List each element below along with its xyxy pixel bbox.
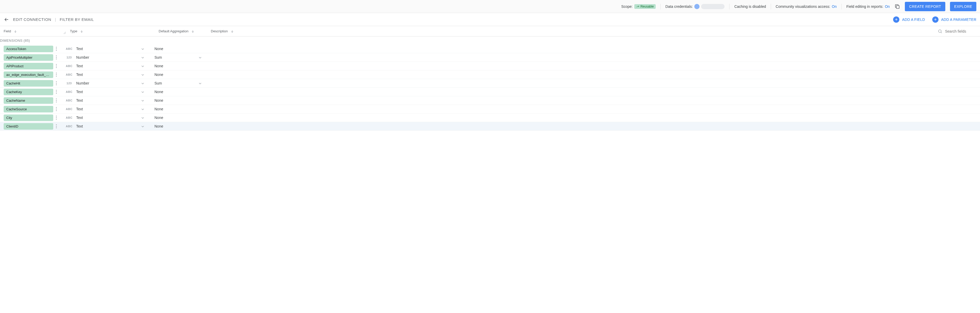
chevron-down-icon[interactable] <box>142 73 144 77</box>
more-options-icon[interactable] <box>53 90 59 94</box>
add-field-button[interactable]: + ADD A FIELD <box>893 16 925 23</box>
more-options-icon[interactable] <box>53 47 59 51</box>
column-type[interactable]: Type <box>70 29 159 33</box>
more-options-icon[interactable] <box>53 107 59 111</box>
community-vis-state: On <box>832 5 837 9</box>
field-name-chip[interactable]: CacheHit <box>4 80 53 87</box>
chevron-down-icon[interactable] <box>142 116 144 120</box>
table-row[interactable]: CityABCTextNone <box>0 113 980 122</box>
table-row[interactable]: CacheKeyABCTextNone <box>0 87 980 96</box>
scope-label: Scope: <box>621 5 633 9</box>
type-cell[interactable]: ABCText <box>66 90 154 94</box>
type-cell[interactable]: 123Number <box>66 81 154 85</box>
svg-point-19 <box>56 93 57 94</box>
type-cell[interactable]: ABCText <box>66 47 154 51</box>
aggregation-cell[interactable]: None <box>154 107 207 111</box>
more-options-icon[interactable] <box>53 99 59 103</box>
more-options-icon[interactable] <box>53 55 59 59</box>
chevron-down-icon[interactable] <box>142 47 144 51</box>
svg-point-1 <box>939 30 941 33</box>
svg-point-29 <box>56 124 57 125</box>
field-name-chip[interactable]: CacheName <box>4 97 53 104</box>
add-parameter-button[interactable]: + ADD A PARAMETER <box>932 16 976 23</box>
more-options-icon[interactable] <box>53 124 59 128</box>
type-cell[interactable]: ABCText <box>66 124 154 128</box>
table-row[interactable]: CacheSourceABCTextNone <box>0 105 980 113</box>
aggregation-cell[interactable]: Sum <box>154 81 207 85</box>
aggregation-cell[interactable]: None <box>154 73 207 77</box>
aggregation-label: None <box>154 73 163 77</box>
scope-chip-reusable[interactable]: Reusable <box>634 4 656 9</box>
field-name-chip[interactable]: CacheSource <box>4 106 53 113</box>
type-cell[interactable]: 123Number <box>66 55 154 59</box>
resize-handle-icon[interactable] <box>63 30 66 33</box>
type-cell[interactable]: ABCText <box>66 107 154 111</box>
type-cell[interactable]: ABCText <box>66 73 154 77</box>
more-options-icon[interactable] <box>53 64 59 68</box>
chevron-down-icon[interactable] <box>142 107 144 111</box>
chevron-down-icon[interactable] <box>142 64 144 68</box>
aggregation-cell[interactable]: None <box>154 90 207 94</box>
field-name-chip[interactable]: APIProduct <box>4 63 53 69</box>
back-arrow-icon[interactable] <box>4 17 10 22</box>
explore-button[interactable]: EXPLORE <box>950 2 976 11</box>
type-cell[interactable]: ABCText <box>66 99 154 103</box>
more-options-icon[interactable] <box>53 81 59 85</box>
aggregation-label: Sum <box>154 81 162 85</box>
community-vis-label: Community visualizations access: <box>776 5 830 9</box>
table-row[interactable]: CacheHit123NumberSum <box>0 79 980 87</box>
svg-point-9 <box>56 65 57 66</box>
field-editing-info[interactable]: Field editing in reports: On <box>846 5 890 9</box>
reusable-label: Reusable <box>641 5 654 8</box>
search-fields[interactable] <box>938 29 976 33</box>
type-cell[interactable]: ABCText <box>66 116 154 120</box>
field-name-chip[interactable]: CacheKey <box>4 89 53 95</box>
caching-info[interactable]: Caching is disabled <box>734 5 766 9</box>
chevron-down-icon[interactable] <box>142 90 144 94</box>
table-row[interactable]: APIProductABCTextNone <box>0 62 980 70</box>
avatar-icon <box>694 4 700 9</box>
aggregation-cell[interactable]: None <box>154 99 207 103</box>
table-row[interactable]: CacheNameABCTextNone <box>0 96 980 105</box>
field-name-chip[interactable]: City <box>4 114 53 121</box>
data-credentials-info[interactable]: Data credentials: <box>665 4 725 9</box>
svg-point-28 <box>56 119 57 119</box>
svg-point-22 <box>56 102 57 102</box>
chevron-down-icon[interactable] <box>199 81 201 85</box>
field-name-chip[interactable]: ApiPriceMultiplier <box>4 54 53 61</box>
column-description[interactable]: Description <box>211 29 263 33</box>
text-type-icon: ABC <box>66 64 73 68</box>
search-input[interactable] <box>945 29 976 33</box>
column-aggregation[interactable]: Default Aggregation <box>159 29 211 33</box>
table-row[interactable]: ClientIDABCTextNone <box>0 122 980 131</box>
more-options-icon[interactable] <box>53 116 59 120</box>
chevron-down-icon[interactable] <box>142 81 144 85</box>
community-vis-info[interactable]: Community visualizations access: On <box>776 5 837 9</box>
aggregation-cell[interactable]: None <box>154 47 207 51</box>
table-row[interactable]: ApiPriceMultiplier123NumberSum <box>0 53 980 62</box>
edit-connection-link[interactable]: EDIT CONNECTION <box>13 17 51 22</box>
create-report-button[interactable]: CREATE REPORT <box>905 2 945 11</box>
svg-point-18 <box>56 91 57 92</box>
chevron-down-icon[interactable] <box>142 56 144 59</box>
copy-icon[interactable] <box>894 4 900 10</box>
field-name-chip[interactable]: ax_edge_execution_fault_… <box>4 71 53 78</box>
aggregation-cell[interactable]: None <box>154 124 207 128</box>
filter-by-email-link[interactable]: FILTER BY EMAIL <box>60 17 94 22</box>
chevron-down-icon[interactable] <box>142 124 144 128</box>
field-name-chip[interactable]: AccessToken <box>4 46 53 52</box>
type-cell[interactable]: ABCText <box>66 64 154 68</box>
column-description-label: Description <box>211 29 228 33</box>
field-name-chip[interactable]: ClientID <box>4 123 53 130</box>
more-options-icon[interactable] <box>53 73 59 77</box>
table-row[interactable]: AccessTokenABCTextNone <box>0 44 980 53</box>
chevron-down-icon[interactable] <box>199 55 201 59</box>
aggregation-cell[interactable]: Sum <box>154 55 207 59</box>
credentials-pill <box>701 4 725 9</box>
aggregation-cell[interactable]: None <box>154 116 207 120</box>
svg-point-13 <box>56 76 57 76</box>
column-field[interactable]: Field <box>4 29 64 33</box>
chevron-down-icon[interactable] <box>142 99 144 103</box>
table-row[interactable]: ax_edge_execution_fault_…ABCTextNone <box>0 70 980 79</box>
aggregation-cell[interactable]: None <box>154 64 207 68</box>
